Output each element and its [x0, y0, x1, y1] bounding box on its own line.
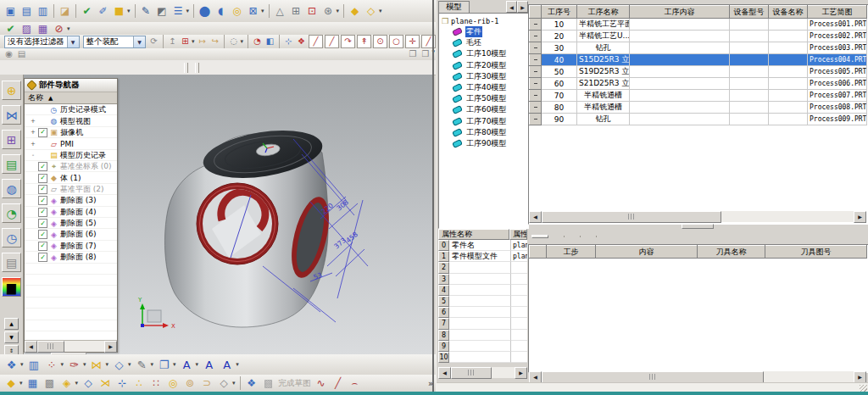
boolean-dropdown-arrow[interactable]: ▾ — [379, 8, 382, 14]
operation-no-cell[interactable]: 50 — [542, 66, 577, 78]
visibility-checkbox[interactable]: ✓ — [38, 196, 47, 205]
model-tree-item[interactable]: 工序70模型 — [439, 116, 528, 127]
panel-splitter[interactable] — [528, 223, 867, 229]
display-mode-icon[interactable]: ▣ — [3, 3, 19, 19]
scroll-left-button[interactable]: ◀ — [529, 211, 542, 223]
step-table-hscrollbar[interactable]: ◀ ▶ — [529, 371, 866, 382]
operation-name-cell[interactable]: 半精铣工艺U... — [577, 31, 630, 42]
step-tab[interactable] — [531, 235, 548, 238]
cylinder-icon[interactable]: ⬤ — [197, 3, 213, 19]
tree-item[interactable]: ◷ 历史记录模式 — [25, 104, 117, 115]
expand-toggle-icon[interactable]: + — [30, 118, 36, 125]
text-icon[interactable]: A — [178, 356, 196, 373]
mirror-icon[interactable]: ⋈ — [88, 356, 106, 373]
process-sketch-cell[interactable]: Process006.PRT — [808, 78, 867, 90]
window-cascade-icon[interactable]: ❐ — [406, 48, 419, 60]
visibility-checkbox[interactable]: ✓ — [38, 242, 47, 251]
color-palette-icon[interactable]: ▆ — [2, 277, 21, 297]
property-name-cell[interactable] — [449, 352, 511, 363]
cube-dropdown-arrow[interactable]: ▾ — [128, 361, 131, 368]
snap-point-icon[interactable]: ⊹ — [282, 36, 295, 47]
new-sketch-icon[interactable]: ❖ — [243, 376, 260, 391]
col-step[interactable]: 工步 — [547, 246, 596, 259]
tree-item[interactable]: + ◍ 模型视图 — [25, 115, 117, 126]
row-number[interactable]: 7 — [438, 318, 449, 329]
link-icon[interactable]: ⊚ — [181, 376, 198, 391]
point-set-icon[interactable]: ⊡ — [304, 3, 320, 19]
extrude-icon[interactable]: ■ — [111, 3, 127, 19]
equipment-name-cell[interactable] — [769, 114, 808, 125]
equipment-model-cell[interactable] — [730, 19, 769, 31]
snap-center-icon[interactable]: ⊙ — [373, 35, 387, 48]
tree-item[interactable]: ✓ ▱ 基准平面 (2) — [25, 184, 117, 195]
operation-no-cell[interactable]: 90 — [542, 114, 577, 125]
offset-icon[interactable]: ⊹ — [114, 376, 131, 391]
sketch-icon[interactable]: ✎ — [138, 3, 154, 19]
part-navigator-icon[interactable]: ⊞ — [2, 130, 21, 149]
row-number[interactable]: 1 — [438, 251, 449, 262]
property-value-cell[interactable] — [511, 318, 527, 329]
finish-verify-icon[interactable]: ✔ — [3, 21, 19, 36]
operation-name-cell[interactable]: S15D25R3 立... — [577, 54, 630, 66]
operation-no-cell[interactable]: 20 — [542, 31, 577, 42]
tab-scroll-left-button[interactable]: ◀ — [506, 1, 517, 13]
property-name-cell[interactable] — [449, 341, 511, 352]
sketch-table-icon[interactable]: ▦ — [35, 21, 51, 36]
process-row[interactable]: 40 S15D25R3 立... Process004.PRT — [530, 54, 867, 66]
profile-dropdown-arrow[interactable]: ▾ — [20, 361, 24, 368]
model-tree-item[interactable]: 零件 — [439, 26, 528, 37]
property-row[interactable]: 8 — [438, 330, 527, 341]
arc-icon[interactable]: ⌢ — [347, 376, 364, 391]
operation-no-cell[interactable]: 80 — [542, 102, 577, 114]
operation-content-cell[interactable] — [630, 102, 730, 114]
property-name-cell[interactable] — [449, 307, 511, 318]
tree-item[interactable]: ✓ ◈ 删除面 (8) — [25, 252, 117, 263]
scroll-left-button[interactable]: ◀ — [25, 341, 37, 353]
font-dropdown-arrow[interactable]: ▾ — [236, 361, 239, 368]
process-sketch-cell[interactable]: Process007.PRT — [808, 90, 867, 102]
equipment-model-cell[interactable] — [730, 31, 769, 42]
process-row[interactable]: 80 半精铣通槽 Process008.PRT — [530, 102, 867, 114]
tree-item[interactable]: ✓ ◈ 删除面 (7) — [25, 241, 117, 252]
process-row[interactable]: 70 半精铣通槽 Process007.PRT — [530, 90, 867, 102]
tree-item[interactable]: ✓ ◈ 删除面 (6) — [25, 229, 117, 240]
operation-content-cell[interactable] — [630, 42, 730, 54]
name-column-header[interactable]: 名称 ▲ — [25, 92, 117, 104]
row-selector[interactable] — [530, 31, 542, 42]
reuse-library-icon[interactable]: ▤ — [2, 154, 21, 174]
film-icon[interactable]: ▤ — [15, 48, 28, 60]
pencil-icon[interactable]: ✎ — [133, 356, 151, 373]
scroll-right-button[interactable]: ▶ — [854, 371, 866, 383]
property-value-cell[interactable] — [511, 285, 527, 296]
process-row[interactable]: 20 半精铣工艺U... Process002.PRT — [530, 31, 867, 42]
operation-content-cell[interactable] — [630, 114, 730, 125]
property-name-cell[interactable] — [449, 285, 511, 296]
operation-name-cell[interactable]: 钻孔 — [577, 114, 630, 125]
row-number[interactable]: 9 — [438, 341, 449, 352]
envelope-icon[interactable]: ◪ — [57, 3, 73, 19]
process-sketch-cell[interactable]: Process001.PRT — [808, 19, 867, 31]
selection-scope-combo[interactable]: 整个装配 ▼ — [83, 36, 146, 48]
property-name-cell[interactable] — [449, 318, 511, 329]
arc-dropdown-arrow[interactable]: ▾ — [83, 361, 86, 368]
col-operation-name[interactable]: 工序名称 — [577, 6, 630, 19]
operation-content-cell[interactable] — [630, 19, 730, 31]
text-dropdown-arrow[interactable]: ▾ — [196, 361, 199, 368]
operation-content-cell[interactable] — [630, 31, 730, 42]
work-cube-icon[interactable]: ◧ — [264, 36, 276, 47]
col-equipment-model[interactable]: 设备型号 — [730, 6, 769, 19]
property-value-cell[interactable]: plan — [511, 251, 527, 262]
equipment-model-cell[interactable] — [730, 102, 769, 114]
cube-tool-icon[interactable]: ◇ — [110, 356, 128, 373]
datum-icon[interactable]: ▥ — [25, 356, 43, 373]
refresh-icon[interactable]: ⟳ — [147, 36, 160, 47]
tree-item[interactable]: + ✓ ▣ 摄像机 — [25, 127, 117, 138]
equipment-model-cell[interactable] — [730, 42, 769, 54]
list-icon[interactable]: ☰ — [170, 3, 186, 19]
move-next-icon[interactable]: ↦ — [196, 36, 209, 47]
row-number[interactable]: 10 — [438, 352, 449, 363]
snap-midpoint-icon[interactable]: ╱ — [325, 35, 339, 48]
equipment-model-cell[interactable] — [730, 66, 769, 78]
col-operation-content[interactable]: 工序内容 — [630, 6, 730, 19]
unite-small-icon[interactable]: ◆ — [3, 376, 19, 391]
